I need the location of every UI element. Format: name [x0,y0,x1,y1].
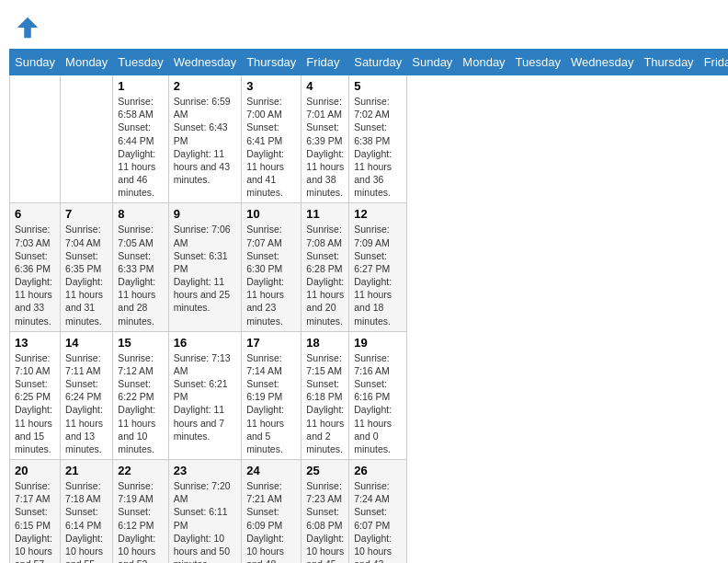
daylight-text: Daylight: 11 hours and 43 minutes. [174,148,230,185]
calendar-cell: 17 Sunrise: 7:14 AM Sunset: 6:19 PM Dayl… [242,331,301,459]
day-info: Sunrise: 7:10 AM Sunset: 6:25 PM Dayligh… [15,351,55,455]
sunrise-text: Sunrise: 7:15 AM [306,352,342,376]
sunrise-text: Sunrise: 7:19 AM [118,480,154,504]
calendar-week-1: 1 Sunrise: 6:58 AM Sunset: 6:44 PM Dayli… [10,75,729,203]
day-info: Sunrise: 7:00 AM Sunset: 6:41 PM Dayligh… [246,95,296,199]
sunrise-text: Sunrise: 7:12 AM [118,352,154,376]
header-tuesday: Tuesday [113,50,168,75]
header-monday: Monday [61,50,113,75]
sunrise-text: Sunrise: 6:59 AM [174,96,231,120]
daylight-text: Daylight: 11 hours and 18 minutes. [354,276,392,327]
header-friday: Friday [301,50,349,75]
sunrise-text: Sunrise: 7:05 AM [118,224,154,247]
calendar-cell: 7 Sunrise: 7:04 AM Sunset: 6:35 PM Dayli… [61,203,113,331]
calendar-week-2: 6 Sunrise: 7:03 AM Sunset: 6:36 PM Dayli… [10,203,729,331]
daylight-text: Daylight: 11 hours and 28 minutes. [118,276,155,327]
calendar-cell: 19 Sunrise: 7:16 AM Sunset: 6:16 PM Dayl… [349,331,407,459]
sunset-text: Sunset: 6:16 PM [354,378,390,402]
sunset-text: Sunset: 6:43 PM [174,121,228,145]
daylight-text: Daylight: 11 hours and 7 minutes. [174,404,224,441]
header-thursday: Thursday [242,50,301,75]
daylight-text: Daylight: 10 hours and 43 minutes. [354,533,392,563]
day-info: Sunrise: 7:03 AM Sunset: 6:36 PM Dayligh… [15,223,55,327]
daylight-text: Daylight: 10 hours and 50 minutes. [174,533,230,563]
sunset-text: Sunset: 6:15 PM [15,506,51,530]
sunrise-text: Sunrise: 7:03 AM [15,224,51,247]
daylight-text: Daylight: 11 hours and 41 minutes. [246,148,284,199]
sunset-text: Sunset: 6:07 PM [354,506,390,530]
calendar-cell: 4 Sunrise: 7:01 AM Sunset: 6:39 PM Dayli… [301,75,349,203]
daylight-text: Daylight: 10 hours and 55 minutes. [65,533,103,563]
sunset-text: Sunset: 6:25 PM [15,378,51,402]
day-number: 22 [118,464,163,477]
calendar-cell: 9 Sunrise: 7:06 AM Sunset: 6:31 PM Dayli… [168,203,241,331]
daylight-text: Daylight: 10 hours and 45 minutes. [306,533,344,563]
sunrise-text: Sunrise: 7:01 AM [306,96,342,120]
daylight-text: Daylight: 11 hours and 25 minutes. [174,276,230,313]
day-info: Sunrise: 7:04 AM Sunset: 6:35 PM Dayligh… [65,223,108,327]
sunset-text: Sunset: 6:27 PM [354,250,390,274]
daylight-text: Daylight: 11 hours and 36 minutes. [354,148,392,199]
calendar-cell: 18 Sunrise: 7:15 AM Sunset: 6:18 PM Dayl… [301,331,349,459]
col-header-thursday: Thursday [639,50,699,75]
day-number: 8 [118,207,163,221]
calendar-header-row: SundayMondayTuesdayWednesdayThursdayFrid… [10,50,729,75]
calendar-cell: 15 Sunrise: 7:12 AM Sunset: 6:22 PM Dayl… [113,331,168,459]
sunrise-text: Sunrise: 7:09 AM [354,224,390,247]
daylight-text: Daylight: 11 hours and 38 minutes. [306,148,344,199]
calendar-cell: 23 Sunrise: 7:20 AM Sunset: 6:11 PM Dayl… [168,460,241,563]
sunset-text: Sunset: 6:39 PM [306,121,342,145]
day-info: Sunrise: 6:58 AM Sunset: 6:44 PM Dayligh… [118,95,163,199]
day-info: Sunrise: 7:09 AM Sunset: 6:27 PM Dayligh… [354,223,402,327]
header-wednesday: Wednesday [168,50,241,75]
calendar-cell: 3 Sunrise: 7:00 AM Sunset: 6:41 PM Dayli… [242,75,301,203]
daylight-text: Daylight: 11 hours and 33 minutes. [15,276,52,327]
calendar-cell: 25 Sunrise: 7:23 AM Sunset: 6:08 PM Dayl… [301,460,349,563]
daylight-text: Daylight: 11 hours and 10 minutes. [118,404,155,454]
daylight-text: Daylight: 11 hours and 5 minutes. [246,404,284,454]
sunset-text: Sunset: 6:30 PM [246,250,282,274]
day-number: 24 [246,464,296,477]
day-number: 12 [354,207,402,221]
col-header-monday: Monday [458,50,510,75]
day-number: 25 [306,464,344,477]
daylight-text: Daylight: 10 hours and 48 minutes. [246,533,284,563]
logo [14,14,45,41]
daylight-text: Daylight: 11 hours and 31 minutes. [65,276,103,327]
logo-icon [14,14,41,41]
calendar-week-3: 13 Sunrise: 7:10 AM Sunset: 6:25 PM Dayl… [10,331,729,459]
calendar-cell: 13 Sunrise: 7:10 AM Sunset: 6:25 PM Dayl… [10,331,61,459]
daylight-text: Daylight: 11 hours and 46 minutes. [118,148,155,199]
sunrise-text: Sunrise: 7:11 AM [65,352,101,376]
calendar-cell: 21 Sunrise: 7:18 AM Sunset: 6:14 PM Dayl… [61,460,113,563]
sunrise-text: Sunrise: 7:17 AM [15,480,51,504]
day-info: Sunrise: 7:05 AM Sunset: 6:33 PM Dayligh… [118,223,163,327]
day-number: 10 [246,207,296,221]
day-number: 18 [306,336,344,350]
sunset-text: Sunset: 6:19 PM [246,378,282,402]
sunset-text: Sunset: 6:31 PM [174,250,228,274]
day-number: 11 [306,207,344,221]
day-info: Sunrise: 7:17 AM Sunset: 6:15 PM Dayligh… [15,479,55,563]
day-number: 20 [15,464,55,477]
col-header-wednesday: Wednesday [566,50,639,75]
calendar-cell: 16 Sunrise: 7:13 AM Sunset: 6:21 PM Dayl… [168,331,241,459]
day-number: 21 [65,464,108,477]
day-info: Sunrise: 7:20 AM Sunset: 6:11 PM Dayligh… [174,479,236,563]
sunrise-text: Sunrise: 7:23 AM [306,480,342,504]
day-info: Sunrise: 7:11 AM Sunset: 6:24 PM Dayligh… [65,351,108,455]
day-info: Sunrise: 7:14 AM Sunset: 6:19 PM Dayligh… [246,351,296,455]
sunset-text: Sunset: 6:21 PM [174,378,228,402]
sunrise-text: Sunrise: 7:21 AM [246,480,282,504]
day-info: Sunrise: 7:07 AM Sunset: 6:30 PM Dayligh… [246,223,296,327]
day-info: Sunrise: 7:15 AM Sunset: 6:18 PM Dayligh… [306,351,344,455]
daylight-text: Daylight: 11 hours and 15 minutes. [15,404,52,454]
day-number: 7 [65,207,108,221]
day-info: Sunrise: 7:16 AM Sunset: 6:16 PM Dayligh… [354,351,402,455]
calendar-table: SundayMondayTuesdayWednesdayThursdayFrid… [9,49,728,563]
day-number: 26 [354,464,402,477]
calendar-cell: 20 Sunrise: 7:17 AM Sunset: 6:15 PM Dayl… [10,460,61,563]
calendar-week-4: 20 Sunrise: 7:17 AM Sunset: 6:15 PM Dayl… [10,460,729,563]
daylight-text: Daylight: 10 hours and 57 minutes. [15,533,52,563]
sunrise-text: Sunrise: 7:06 AM [174,224,231,247]
